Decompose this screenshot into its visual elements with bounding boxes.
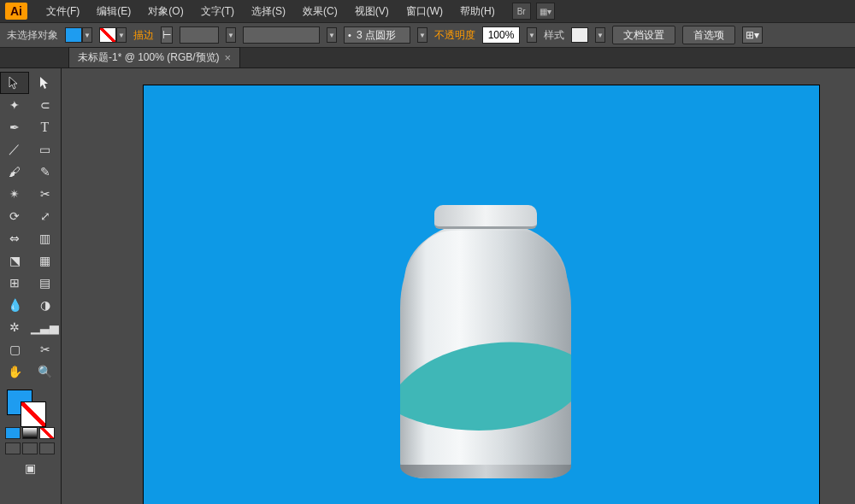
- scale-tool[interactable]: ⤢: [31, 205, 60, 227]
- none-mode-icon[interactable]: [39, 427, 55, 439]
- magic-wand-tool[interactable]: ✦: [0, 94, 29, 116]
- mesh-tool[interactable]: ⊞: [0, 272, 29, 294]
- stroke-swatch[interactable]: [99, 27, 116, 43]
- perspective-grid-tool[interactable]: ▦: [31, 249, 60, 272]
- symbol-sprayer-tool[interactable]: ✲: [0, 316, 29, 338]
- bridge-icon[interactable]: Br: [512, 3, 531, 20]
- canvas-area[interactable]: [62, 68, 855, 504]
- stroke-weight-field[interactable]: [180, 26, 219, 44]
- selection-tool[interactable]: [0, 72, 29, 94]
- graphic-style-swatch[interactable]: [571, 27, 588, 43]
- slice-tool[interactable]: ✂: [31, 338, 60, 360]
- preferences-button[interactable]: 首选项: [682, 26, 735, 44]
- fill-swatch[interactable]: [65, 27, 82, 43]
- stroke-label: 描边: [133, 28, 154, 43]
- stroke-weight-dropdown[interactable]: ▼: [226, 27, 236, 43]
- hand-tool[interactable]: ✋: [0, 360, 29, 383]
- close-tab-icon[interactable]: ×: [225, 51, 232, 64]
- free-transform-tool[interactable]: ▥: [31, 227, 60, 249]
- document-tab-bar: 未标题-1* @ 100% (RGB/预览) ×: [0, 48, 855, 68]
- paintbrush-tool[interactable]: 🖌: [0, 161, 29, 183]
- arrange-documents-icon[interactable]: ▦▾: [536, 3, 555, 20]
- type-tool[interactable]: T: [31, 116, 60, 138]
- menu-type[interactable]: 文字(T): [192, 1, 243, 22]
- document-tab[interactable]: 未标题-1* @ 100% (RGB/预览) ×: [68, 47, 240, 67]
- menu-bar: Ai 文件(F) 编辑(E) 对象(O) 文字(T) 选择(S) 效果(C) 视…: [0, 0, 855, 22]
- line-segment-tool[interactable]: ／: [0, 138, 29, 161]
- opacity-label: 不透明度: [434, 28, 475, 43]
- can-illustration[interactable]: [400, 205, 571, 478]
- document-setup-button[interactable]: 文档设置: [612, 26, 675, 44]
- opacity-dropdown[interactable]: ▼: [527, 27, 537, 43]
- fill-stroke-control[interactable]: [0, 388, 61, 425]
- style-label: 样式: [544, 28, 564, 43]
- variable-width-dropdown[interactable]: ▼: [327, 27, 337, 43]
- opacity-field[interactable]: 100%: [482, 26, 520, 44]
- tools-panel: ✦ ⊂ ✒ T ／ ▭ 🖌 ✎ ✴ ✂ ⟳ ⤢ ⇔ ▥ ⬔ ▦ ⊞ ▤ 💧 ◑ …: [0, 68, 62, 504]
- menu-view[interactable]: 视图(V): [346, 1, 398, 22]
- menu-window[interactable]: 窗口(W): [398, 1, 451, 22]
- eraser-tool[interactable]: ✂: [31, 183, 60, 205]
- rotate-tool[interactable]: ⟳: [0, 205, 29, 227]
- zoom-tool[interactable]: 🔍: [31, 360, 60, 383]
- stroke-weight-link-icon[interactable]: ⊢: [161, 26, 173, 44]
- menu-effect[interactable]: 效果(C): [294, 1, 346, 22]
- workspace: ✦ ⊂ ✒ T ／ ▭ 🖌 ✎ ✴ ✂ ⟳ ⤢ ⇔ ▥ ⬔ ▦ ⊞ ▤ 💧 ◑ …: [0, 68, 855, 504]
- can-label-shape: [400, 333, 571, 436]
- stroke-dropdown[interactable]: ▼: [116, 27, 127, 43]
- gradient-tool[interactable]: ▤: [31, 272, 60, 294]
- rectangle-tool[interactable]: ▭: [31, 138, 60, 161]
- artboard-tool[interactable]: ▢: [0, 338, 29, 360]
- fill-dropdown[interactable]: ▼: [82, 27, 92, 43]
- direct-selection-tool[interactable]: [31, 72, 60, 94]
- document-tab-title: 未标题-1* @ 100% (RGB/预览): [78, 50, 220, 65]
- screen-mode-tool[interactable]: ▣: [0, 456, 61, 480]
- blob-brush-tool[interactable]: ✴: [0, 183, 29, 205]
- can-lid-shape: [434, 205, 537, 229]
- menu-object[interactable]: 对象(O): [139, 1, 192, 22]
- width-tool[interactable]: ⇔: [0, 227, 29, 249]
- gradient-mode-icon[interactable]: [22, 427, 38, 439]
- menu-help[interactable]: 帮助(H): [451, 1, 504, 22]
- selection-indicator: 未选择对象: [7, 28, 58, 43]
- stroke-color-icon[interactable]: [21, 401, 46, 427]
- options-bar: 未选择对象 ▼ ▼ 描边 ⊢ ▼ ▼ • 3 点圆形 ▼ 不透明度 100% ▼…: [0, 22, 855, 48]
- menu-edit[interactable]: 编辑(E): [88, 1, 139, 22]
- draw-behind-icon[interactable]: [22, 442, 38, 454]
- variable-width-profile[interactable]: [243, 26, 320, 44]
- menu-select[interactable]: 选择(S): [243, 1, 294, 22]
- shape-builder-tool[interactable]: ⬔: [0, 249, 29, 272]
- pencil-tool[interactable]: ✎: [31, 161, 60, 183]
- can-base-shape: [400, 465, 571, 478]
- align-to-icon[interactable]: ⊞▾: [742, 26, 763, 44]
- color-mode-icon[interactable]: [5, 427, 21, 439]
- lasso-tool[interactable]: ⊂: [31, 94, 60, 116]
- pen-tool[interactable]: ✒: [0, 116, 29, 138]
- eyedropper-tool[interactable]: 💧: [0, 294, 29, 316]
- blend-tool[interactable]: ◑: [31, 294, 60, 316]
- column-graph-tool[interactable]: ▁▃▅: [31, 316, 60, 338]
- menu-file[interactable]: 文件(F): [38, 1, 88, 22]
- app-logo: Ai: [5, 3, 27, 20]
- draw-normal-icon[interactable]: [5, 442, 21, 454]
- graphic-style-dropdown[interactable]: ▼: [595, 27, 605, 43]
- brush-definition[interactable]: • 3 点圆形: [344, 26, 410, 44]
- brush-dropdown[interactable]: ▼: [417, 27, 428, 43]
- artboard[interactable]: [144, 85, 819, 504]
- draw-inside-icon[interactable]: [39, 442, 55, 454]
